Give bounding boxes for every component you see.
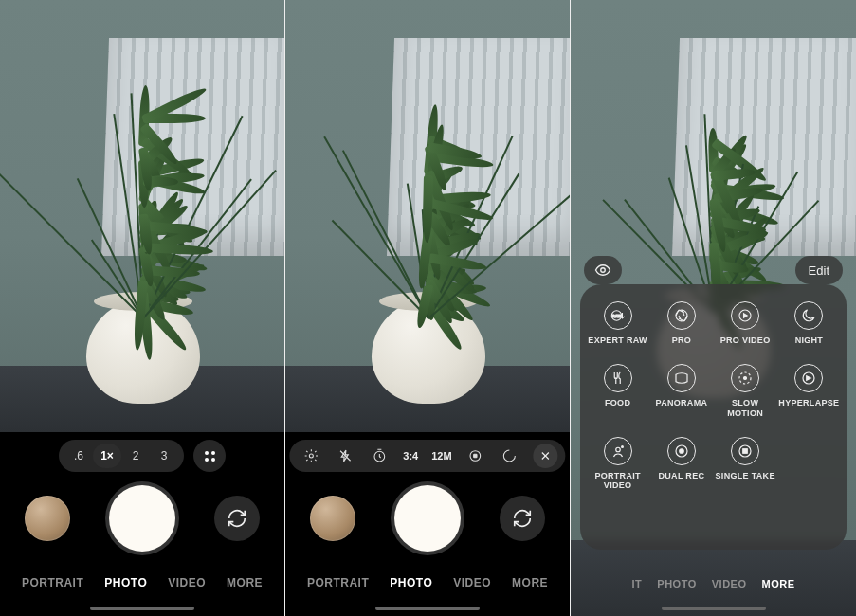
mode-video[interactable]: VIDEO [453, 576, 491, 589]
zoom-3x[interactable]: 3 [150, 449, 178, 462]
gallery-thumbnail[interactable] [310, 496, 355, 541]
mode-tile-label: PRO [672, 335, 691, 345]
camera-screen-more-modes: Edit RAWEXPERT RAWPROPRO VIDEONIGHTFOODP… [571, 0, 856, 616]
mode-tile-label: NIGHT [795, 335, 824, 345]
zoom-2x[interactable]: 2 [121, 449, 150, 462]
home-indicator[interactable] [90, 607, 194, 610]
motion-photo-toggle[interactable] [462, 444, 490, 468]
mode-tile-label: EXPERT RAW [588, 335, 647, 345]
mode-tile-play[interactable]: PRO VIDEO [714, 301, 777, 345]
mode-tile-label: PRO VIDEO [720, 335, 771, 345]
svg-point-21 [615, 447, 620, 452]
viewfinder[interactable] [0, 0, 285, 432]
mode-tile-label: HYPERLAPSE [778, 398, 839, 408]
mode-tile-label: FOOD [605, 398, 630, 408]
mode-tile-dualrec[interactable]: DUAL REC [649, 437, 713, 491]
svg-point-22 [621, 445, 624, 448]
mode-tile-moon[interactable]: NIGHT [777, 301, 841, 345]
hyperlapse-icon [794, 364, 823, 392]
viewfinder[interactable] [285, 0, 571, 432]
mode-tile-portraitvideo[interactable]: PORTRAIT VIDEO [586, 437, 649, 491]
mode-video[interactable]: VIDEO [712, 578, 747, 589]
mode-more[interactable]: MORE [512, 576, 548, 589]
switch-camera-button[interactable] [500, 496, 545, 541]
mode-more[interactable]: MORE [227, 576, 263, 589]
mode-video[interactable]: VIDEO [168, 576, 206, 589]
mode-tile-label: DUAL REC [659, 471, 705, 480]
singletake-icon [731, 437, 759, 465]
mode-more[interactable]: MORE [761, 578, 794, 589]
timer-toggle[interactable] [365, 444, 393, 468]
filters-toggle[interactable] [496, 444, 524, 468]
mode-tile-aperture[interactable]: PRO [649, 301, 713, 345]
mode-tile-label: PORTRAIT VIDEO [594, 471, 640, 491]
mode-selector[interactable]: IT PHOTO VIDEO MORE [571, 578, 856, 589]
svg-point-19 [744, 377, 747, 380]
camera-screen-zoom: 12M .6 1× 2 3 [0, 0, 285, 616]
svg-rect-10 [474, 454, 477, 457]
mode-tile-food[interactable]: FOOD [586, 364, 649, 418]
food-icon [604, 364, 632, 392]
mode-tile-slowmo[interactable]: SLOW MOTION [714, 364, 777, 418]
shutter-button[interactable] [394, 485, 461, 552]
svg-text:RAW: RAW [611, 314, 621, 318]
aspect-ratio-toggle[interactable]: 3:4 [399, 450, 422, 462]
bottom-controls: .6 1× 2 3 PORTRAIT PHOTO VIDEO [0, 432, 284, 616]
resolution-toggle[interactable]: 12M [428, 450, 455, 462]
mode-photo[interactable]: PHOTO [104, 576, 147, 589]
bottom-controls: 3:4 12M PORTRAIT [285, 432, 570, 616]
edit-label: Edit [809, 263, 829, 278]
aperture-icon [667, 301, 696, 330]
gallery-thumbnail[interactable] [25, 496, 70, 541]
quick-settings-expand-button[interactable] [193, 440, 226, 472]
home-indicator[interactable] [662, 607, 766, 610]
mode-photo[interactable]: PHOTO [657, 578, 696, 589]
zoom-selector: .6 1× 2 3 [59, 440, 184, 472]
slowmo-icon [731, 364, 759, 392]
flash-toggle[interactable] [331, 444, 359, 468]
svg-point-6 [309, 454, 313, 458]
more-modes-panel: RAWEXPERT RAWPROPRO VIDEONIGHTFOODPANORA… [580, 284, 847, 550]
svg-point-24 [680, 449, 684, 454]
mode-portrait[interactable]: PORTRAIT [307, 576, 369, 589]
camera-screen-quick-settings: 12M 3:4 12 [285, 0, 571, 616]
mode-tile-label: SINGLE TAKE [716, 471, 775, 480]
preview-button[interactable] [584, 256, 622, 284]
home-indicator[interactable] [375, 607, 480, 610]
settings-button[interactable] [297, 444, 325, 468]
panorama-icon [667, 364, 696, 392]
portraitvideo-icon [604, 437, 632, 465]
mode-selector[interactable]: PORTRAIT PHOTO VIDEO MORE [0, 576, 284, 589]
mode-portrait[interactable]: PORTRAIT [22, 576, 83, 589]
mode-tile-panorama[interactable]: PANORAMA [649, 364, 713, 418]
svg-rect-26 [743, 449, 748, 454]
mode-portrait-cut[interactable]: IT [632, 578, 643, 589]
moon-icon [794, 301, 823, 330]
mode-tile-hyperlapse[interactable]: HYPERLAPSE [777, 364, 841, 418]
raw-icon: RAW [604, 301, 632, 330]
mode-tile-label: SLOW MOTION [727, 398, 763, 418]
switch-camera-button[interactable] [214, 496, 260, 541]
dualrec-icon [667, 437, 696, 465]
zoom-1x[interactable]: 1× [93, 444, 121, 468]
zoom-0.6x[interactable]: .6 [64, 449, 93, 462]
play-icon [731, 301, 759, 330]
mode-tile-label: PANORAMA [656, 398, 708, 408]
mode-tile-singletake[interactable]: SINGLE TAKE [714, 437, 777, 491]
edit-modes-button[interactable]: Edit [795, 256, 843, 284]
mode-photo[interactable]: PHOTO [390, 576, 432, 589]
quick-settings-close-button[interactable] [534, 444, 558, 468]
quick-settings-row: 3:4 12M [289, 440, 565, 472]
shutter-button[interactable] [109, 485, 175, 552]
svg-point-13 [601, 268, 606, 273]
mode-tile-raw[interactable]: RAWEXPERT RAW [586, 301, 649, 345]
mode-selector[interactable]: PORTRAIT PHOTO VIDEO MORE [285, 576, 570, 589]
